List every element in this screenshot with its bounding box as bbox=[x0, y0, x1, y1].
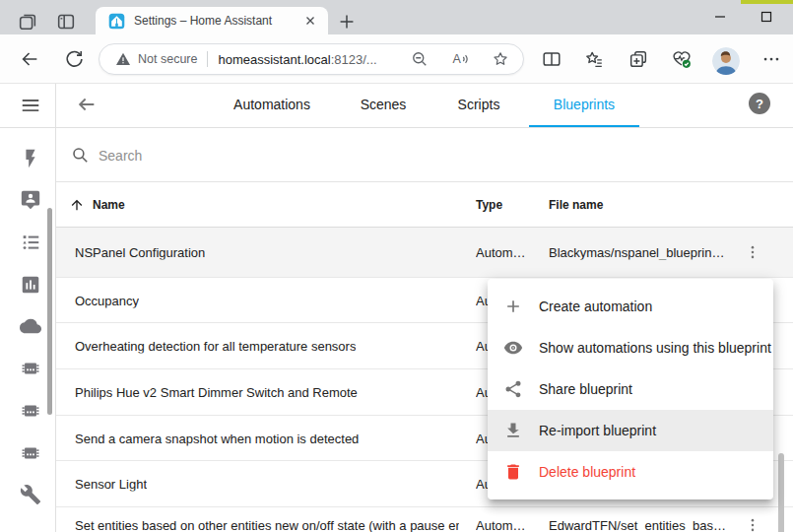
menu-item-label: Show automations using this blueprint bbox=[539, 340, 771, 356]
chip-icon[interactable] bbox=[20, 400, 41, 422]
column-header-name[interactable]: Name bbox=[93, 198, 125, 212]
tab-blueprints[interactable]: Blueprints bbox=[554, 97, 615, 112]
row-name: Philips Hue v2 Smart Dimmer Switch and R… bbox=[75, 385, 358, 400]
sidebar-scrollbar[interactable] bbox=[47, 208, 52, 415]
tab-automations[interactable]: Automations bbox=[233, 97, 310, 112]
home-assistant-favicon bbox=[108, 13, 125, 30]
header-divider bbox=[0, 127, 793, 128]
minimize-icon[interactable] bbox=[708, 6, 732, 28]
table-row[interactable]: Set entities based on other entities new… bbox=[55, 507, 793, 532]
search-row bbox=[55, 128, 793, 182]
svg-text:A: A bbox=[453, 52, 462, 66]
sidebar-menu-icon[interactable] bbox=[20, 95, 41, 116]
logbook-list-icon[interactable] bbox=[20, 232, 41, 253]
menu-item-show-automations[interactable]: Show automations using this blueprint bbox=[488, 327, 773, 368]
row-name: Sensor Light bbox=[75, 477, 147, 492]
back-icon[interactable] bbox=[19, 48, 40, 70]
column-header-type[interactable]: Type bbox=[476, 198, 502, 212]
vertical-tabs-icon[interactable] bbox=[55, 11, 77, 33]
tab-scripts[interactable]: Scripts bbox=[458, 97, 500, 112]
trash-icon bbox=[503, 462, 523, 482]
download-icon bbox=[503, 421, 523, 440]
new-tab-icon[interactable] bbox=[336, 11, 358, 33]
row-name: Overheating detection for all temperatur… bbox=[75, 339, 356, 354]
not-secure-label: Not secure bbox=[138, 52, 197, 66]
row-name: NSPanel Configuration bbox=[75, 245, 205, 260]
column-header-file[interactable]: File name bbox=[549, 198, 603, 212]
url-host: homeassistant.local bbox=[218, 52, 330, 67]
menu-item-reimport-blueprint[interactable]: Re-import blueprint bbox=[488, 410, 773, 451]
page-scrollbar[interactable] bbox=[778, 453, 784, 532]
address-bar[interactable]: Not secure homeassistant.local:8123/... … bbox=[99, 43, 524, 75]
menu-item-label: Delete blueprint bbox=[539, 464, 635, 480]
maximize-icon[interactable] bbox=[755, 6, 778, 28]
cloud-icon[interactable] bbox=[20, 315, 41, 337]
row-type: Autom… bbox=[476, 245, 537, 260]
browser-titlebar: Settings – Home Assistant bbox=[0, 0, 793, 34]
person-badge-icon[interactable] bbox=[20, 189, 41, 211]
refresh-icon[interactable] bbox=[63, 48, 85, 70]
favorite-star-icon[interactable] bbox=[491, 49, 510, 69]
favorites-hub-icon[interactable] bbox=[583, 48, 605, 70]
row-name: Set entities based on other entities new… bbox=[75, 518, 459, 532]
profile-avatar[interactable] bbox=[712, 47, 740, 75]
share-icon bbox=[503, 379, 523, 399]
plus-icon bbox=[503, 297, 523, 316]
row-name: Occupancy bbox=[75, 293, 139, 307]
menu-item-label: Re-import blueprint bbox=[539, 423, 656, 438]
tab-title: Settings – Home Assistant bbox=[134, 14, 292, 28]
menu-item-share-blueprint[interactable]: Share blueprint bbox=[488, 368, 773, 410]
history-chart-icon[interactable] bbox=[20, 274, 41, 296]
menu-item-delete-blueprint[interactable]: Delete blueprint bbox=[488, 451, 773, 493]
zoom-out-icon[interactable] bbox=[410, 49, 430, 69]
background-window-strip bbox=[741, 0, 793, 4]
sort-ascending-icon[interactable] bbox=[69, 197, 85, 213]
row-file: Blackymas/nspanel_blueprin… bbox=[549, 245, 732, 260]
collections-icon[interactable] bbox=[628, 48, 649, 70]
browser-essentials-icon[interactable] bbox=[671, 48, 693, 70]
more-menu-icon[interactable] bbox=[760, 48, 782, 70]
eye-icon bbox=[503, 338, 523, 358]
help-icon[interactable]: ? bbox=[749, 93, 770, 114]
browser-tab[interactable]: Settings – Home Assistant bbox=[96, 7, 328, 34]
address-separator bbox=[207, 51, 208, 67]
flash-icon[interactable] bbox=[20, 148, 41, 169]
row-file: EdwardTFN/set_entities_bas… bbox=[549, 518, 732, 532]
browser-toolbar: Not secure homeassistant.local:8123/... … bbox=[0, 34, 793, 84]
blueprint-context-menu: Create automation Show automations using… bbox=[488, 279, 773, 499]
read-aloud-icon[interactable]: A bbox=[450, 49, 470, 69]
search-input[interactable] bbox=[99, 144, 512, 167]
ha-back-icon[interactable] bbox=[76, 94, 98, 115]
menu-item-label: Share blueprint bbox=[539, 381, 632, 397]
wrench-icon[interactable] bbox=[20, 484, 41, 505]
row-type: Autom… bbox=[476, 518, 537, 532]
search-icon bbox=[71, 146, 90, 165]
url-path: :8123/... bbox=[331, 52, 377, 67]
chip-icon[interactable] bbox=[20, 358, 41, 379]
tab-scenes[interactable]: Scenes bbox=[361, 97, 407, 112]
table-header: Name Type File name bbox=[55, 182, 793, 228]
chip-icon[interactable] bbox=[20, 442, 41, 464]
not-secure-warning-icon bbox=[115, 51, 131, 67]
tab-close-icon[interactable] bbox=[302, 13, 318, 29]
menu-item-label: Create automation bbox=[539, 299, 652, 314]
table-row[interactable]: NSPanel Configuration Autom… Blackymas/n… bbox=[55, 228, 793, 278]
home-assistant-page: Automations Scenes Scripts Blueprints ? … bbox=[0, 84, 793, 532]
browser-window: Settings – Home Assistant Not secur bbox=[0, 0, 793, 532]
menu-item-create-automation[interactable]: Create automation bbox=[488, 286, 773, 327]
workspaces-icon[interactable] bbox=[17, 11, 38, 33]
row-overflow-menu-icon[interactable] bbox=[739, 238, 766, 266]
row-overflow-menu-icon[interactable] bbox=[739, 511, 766, 532]
split-screen-icon[interactable] bbox=[541, 48, 562, 70]
sidebar-divider bbox=[55, 84, 56, 532]
row-name: Send a camera snapshot when motion is de… bbox=[75, 431, 359, 445]
